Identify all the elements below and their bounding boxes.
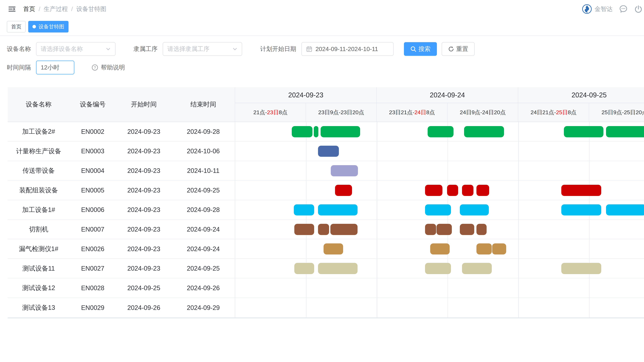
gantt-bar[interactable]	[464, 126, 504, 137]
start-time-cell: 2024-09-23	[116, 200, 172, 219]
device-name-cell: 漏气检测仪1#	[8, 239, 70, 258]
gantt-gridline	[589, 142, 590, 161]
device-name-select[interactable]: 请选择设备名称	[36, 42, 116, 56]
gantt-bar[interactable]	[425, 263, 451, 274]
gantt-gridline	[589, 161, 590, 180]
start-time-cell: 2024-09-23	[116, 181, 172, 200]
start-time-cell: 2024-09-23	[116, 122, 172, 141]
gantt-bar[interactable]	[324, 243, 343, 255]
tab-home[interactable]: 首页	[7, 21, 26, 33]
gantt-bar[interactable]	[476, 243, 492, 255]
gantt-gridline	[448, 298, 448, 317]
gantt-gridline	[518, 200, 519, 219]
brand-logo-icon	[582, 4, 592, 14]
gantt-gridline	[377, 161, 377, 180]
gantt-gridline	[377, 142, 377, 161]
device-code-cell: EN0007	[70, 220, 116, 239]
gantt-bar[interactable]	[447, 185, 458, 196]
gantt-bar[interactable]	[430, 243, 450, 255]
tab-gantt-active[interactable]: 设备甘特图	[28, 21, 68, 33]
gantt-bar[interactable]	[476, 185, 489, 196]
start-time-cell: 2024-09-26	[116, 298, 172, 317]
end-time-cell: 2024-10-11	[172, 161, 235, 180]
gantt-bar[interactable]	[320, 126, 360, 137]
end-time-cell: 2024-10-06	[172, 142, 235, 161]
brand: 金智达	[582, 4, 613, 14]
process-select[interactable]: 请选择隶属工序	[163, 42, 242, 56]
gantt-bar[interactable]	[476, 224, 486, 235]
gantt-bar[interactable]	[462, 185, 474, 196]
gantt-bar[interactable]	[436, 224, 452, 235]
gantt-bar[interactable]	[330, 224, 358, 235]
gantt-bar[interactable]	[460, 224, 474, 235]
gantt-bar[interactable]	[425, 185, 442, 196]
device-code-cell: EN0027	[70, 259, 116, 278]
gantt-bar[interactable]	[425, 224, 436, 235]
subheader-text: 21点-	[253, 109, 267, 116]
gantt-bar[interactable]	[561, 204, 601, 216]
gantt-bar[interactable]	[318, 224, 329, 235]
gantt-bar[interactable]	[564, 126, 604, 137]
gantt-bar[interactable]	[425, 204, 451, 216]
gantt-row-area	[235, 259, 644, 278]
table-row: 计量称生产设备EN00032024-09-232024-10-06	[8, 142, 644, 161]
gantt-row-area	[235, 181, 644, 200]
gantt-gridline	[589, 298, 590, 317]
device-code-cell: EN0004	[70, 161, 116, 180]
date-header-row: 2024-09-232024-09-242024-09-25	[235, 87, 644, 103]
gantt-bar[interactable]	[318, 204, 358, 216]
gantt-gridline	[448, 142, 448, 161]
device-name-cell: 装配组装设备	[8, 181, 70, 200]
reset-icon	[448, 46, 454, 52]
gantt-gridline	[306, 142, 306, 161]
breadcrumb-home[interactable]: 首页	[23, 5, 35, 13]
gantt-bar[interactable]	[462, 263, 492, 274]
menu-fold-icon[interactable]	[8, 5, 16, 14]
logout-button[interactable]: 退出	[634, 5, 644, 14]
gantt-bar[interactable]	[294, 224, 314, 235]
gantt-bar[interactable]	[460, 204, 489, 216]
gantt-gridline	[589, 239, 590, 258]
gantt-bar[interactable]	[428, 126, 454, 137]
help-link[interactable]: ? 帮助说明	[92, 64, 125, 72]
plan-date-input[interactable]: 2024-09-11-2024-10-11	[302, 42, 394, 56]
gantt-table: 设备名称设备编号开始时间结束时间2024-09-232024-09-242024…	[8, 87, 644, 318]
gantt-bar[interactable]	[292, 126, 312, 137]
subheader-text: 24日21点-	[530, 109, 556, 116]
brand-name: 金智达	[595, 5, 613, 13]
gantt-gridline	[306, 278, 306, 297]
gantt-bar[interactable]	[335, 185, 352, 196]
gantt-bar[interactable]	[331, 165, 358, 176]
subheader-text: 24日9点-24日20点	[460, 109, 506, 116]
table-body: 加工设备2#EN00022024-09-232024-09-28计量称生产设备E…	[8, 122, 644, 317]
column-header: 设备名称	[8, 87, 70, 122]
interval-input[interactable]: 12小时	[36, 61, 74, 74]
time-subheader: 23日21点-24日8点	[377, 103, 448, 122]
gantt-bar[interactable]	[318, 146, 339, 157]
subheader-text: 8点	[568, 109, 576, 116]
gantt-bar[interactable]	[561, 263, 601, 274]
message-button[interactable]	[619, 4, 628, 14]
gantt-gridline	[518, 278, 519, 297]
subheader-text: 23日21点-	[389, 109, 414, 116]
gantt-bar[interactable]	[294, 263, 314, 274]
gantt-bar[interactable]	[314, 126, 318, 137]
gantt-gridline	[518, 259, 519, 278]
date-header: 2024-09-23	[235, 87, 377, 103]
gantt-bar[interactable]	[606, 126, 644, 137]
subheader-date-red: 23日	[267, 109, 279, 116]
gantt-bar[interactable]	[294, 204, 314, 216]
device-code-cell: EN0026	[70, 239, 116, 258]
gantt-gridline	[518, 298, 519, 317]
gantt-bar[interactable]	[318, 263, 358, 274]
process-placeholder: 请选择隶属工序	[168, 45, 210, 53]
reset-button[interactable]: 重置	[442, 42, 475, 56]
gantt-bar[interactable]	[492, 243, 506, 255]
search-button[interactable]: 搜索	[404, 42, 437, 56]
table-row: 装配组装设备EN00052024-09-232024-09-25	[8, 181, 644, 200]
time-subheader: 21点-23日8点	[235, 103, 306, 122]
device-code-cell: EN0002	[70, 122, 116, 141]
gantt-bar[interactable]	[606, 204, 644, 216]
gantt-bar[interactable]	[561, 185, 601, 196]
table-row: 漏气检测仪1#EN00262024-09-232024-09-24	[8, 239, 644, 259]
